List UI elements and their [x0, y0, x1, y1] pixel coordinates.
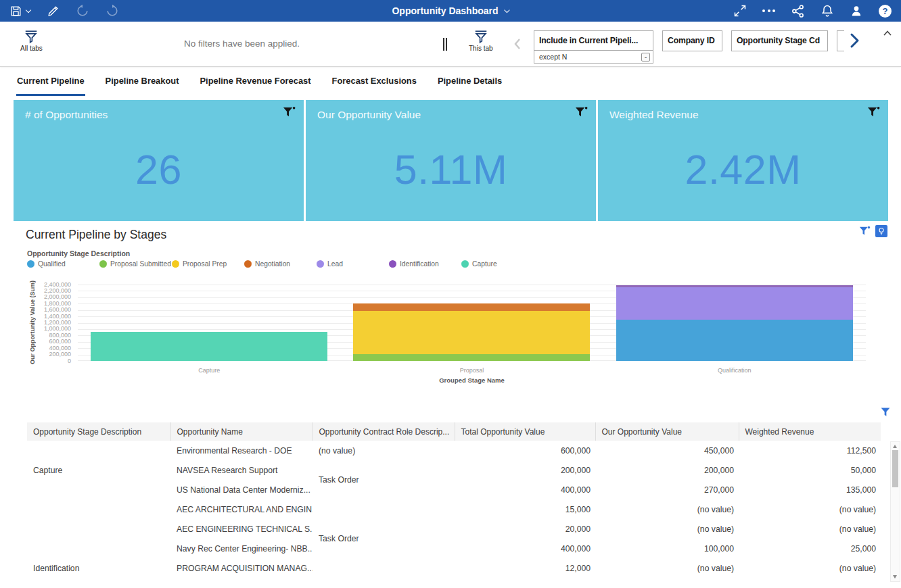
- kpi-filter-button[interactable]: [575, 106, 588, 119]
- table-cell[interactable]: 135,000: [739, 480, 881, 499]
- bar-segment-qualified[interactable]: [616, 320, 853, 361]
- table-cell[interactable]: (no value): [739, 499, 881, 519]
- scrollbar-thumb[interactable]: [892, 450, 898, 487]
- table-cell[interactable]: 200,000: [595, 460, 739, 480]
- table-cell[interactable]: US National Data Center Moderniz...: [170, 480, 313, 499]
- kpi-card-weighted-revenue[interactable]: Weighted Revenue2.42M: [598, 100, 888, 221]
- insights-button[interactable]: [875, 225, 887, 237]
- table-cell[interactable]: 400,000: [455, 539, 595, 558]
- table-cell[interactable]: (no value): [739, 519, 881, 539]
- column-header-opportunity-name[interactable]: Opportunity Name: [170, 422, 313, 441]
- chips-scroll-right-button[interactable]: [848, 32, 860, 51]
- column-header-total-opportunity-value[interactable]: Total Opportunity Value: [455, 422, 595, 441]
- table-cell[interactable]: [27, 499, 170, 558]
- table-cell[interactable]: (no value): [595, 519, 739, 539]
- tab-current-pipeline[interactable]: Current Pipeline: [16, 68, 85, 96]
- table-cell[interactable]: AEC ARCHITECTURAL AND ENGIN...: [170, 499, 313, 519]
- collapse-filter-bar-button[interactable]: [883, 27, 892, 39]
- column-header-weighted-revenue[interactable]: Weighted Revenue: [739, 422, 881, 441]
- table-cell[interactable]: AEC ENGINEERING TECHNICAL S...: [170, 519, 313, 539]
- help-button[interactable]: ?: [879, 5, 892, 18]
- fullscreen-button[interactable]: [733, 4, 747, 18]
- kpi-filter-button[interactable]: [867, 106, 880, 119]
- kpi-card-our-opportunity-value[interactable]: Our Opportunity Value5.11M: [306, 100, 596, 221]
- table-cell[interactable]: Identification: [27, 558, 170, 578]
- this-tab-filter-button[interactable]: This tab: [469, 29, 493, 52]
- table-cell[interactable]: 600,000: [455, 441, 595, 460]
- undo-button[interactable]: [76, 4, 89, 18]
- table-cell[interactable]: [313, 499, 455, 519]
- filter-bar: All tabs No filters have been applied. T…: [0, 22, 901, 67]
- legend-item-capture[interactable]: Capture: [461, 260, 534, 268]
- bar-segment-capture[interactable]: [91, 332, 327, 361]
- table-cell[interactable]: 25,000: [739, 539, 881, 558]
- more-options-button[interactable]: [762, 9, 775, 12]
- table-cell[interactable]: (no value): [595, 558, 739, 578]
- table-cell[interactable]: Task Order: [313, 460, 455, 499]
- table-cell[interactable]: 15,000: [455, 499, 595, 519]
- table-cell[interactable]: 450,000: [595, 441, 739, 460]
- remove-filter-condition-button[interactable]: -: [641, 53, 650, 62]
- bar-segment-proposal-prep[interactable]: [353, 311, 590, 354]
- legend-item-lead[interactable]: Lead: [317, 260, 389, 268]
- filter-chip-opportunity-stage-cd[interactable]: Opportunity Stage Cd: [731, 30, 828, 51]
- table-cell[interactable]: 270,000: [595, 480, 739, 499]
- table-cell[interactable]: (no value): [313, 441, 455, 460]
- table-cell[interactable]: Environmental Research - DOE: [170, 441, 313, 460]
- bar-segment-identification[interactable]: [616, 285, 853, 287]
- legend-item-negotiation[interactable]: Negotiation: [244, 260, 317, 268]
- notifications-button[interactable]: [821, 4, 834, 18]
- kpi-card-of-opportunities[interactable]: # of Opportunities26: [14, 100, 304, 221]
- save-button[interactable]: [9, 5, 30, 18]
- filter-chip-company-id[interactable]: Company ID: [662, 30, 722, 51]
- bar-segment-negotiation[interactable]: [353, 303, 590, 310]
- tab-pipeline-details[interactable]: Pipeline Details: [437, 68, 503, 96]
- table-cell[interactable]: 200,000: [455, 460, 595, 480]
- bar-slot-qualification: [603, 285, 866, 361]
- chips-scroll-left-button[interactable]: [513, 37, 523, 53]
- table-cell[interactable]: NAVSEA Research Support: [170, 460, 313, 480]
- bar-segment-proposal-submitted[interactable]: [353, 354, 590, 361]
- table-cell[interactable]: 400,000: [455, 480, 595, 499]
- table-cell[interactable]: Capture: [27, 441, 170, 499]
- table-cell[interactable]: Navy Rec Center Engineering- NBB...: [170, 539, 313, 558]
- filter-chip-partial[interactable]: [837, 30, 844, 51]
- kpi-filter-button[interactable]: [283, 106, 296, 119]
- table-cell[interactable]: (no value): [739, 558, 881, 578]
- scroll-up-arrow[interactable]: [893, 445, 897, 448]
- column-header-opportunity-contract-role-descrip[interactable]: Opportunity Contract Role Descrip...: [313, 422, 455, 441]
- tab-pipeline-revenue-forecast[interactable]: Pipeline Revenue Forecast: [199, 68, 311, 96]
- table-cell[interactable]: 12,000: [455, 558, 595, 578]
- table-cell[interactable]: 50,000: [739, 460, 881, 480]
- column-header-our-opportunity-value[interactable]: Our Opportunity Value: [595, 422, 739, 441]
- tab-pipeline-breakout[interactable]: Pipeline Breakout: [105, 68, 180, 96]
- table-header-row: Opportunity Stage DescriptionOpportunity…: [27, 422, 881, 441]
- table-filter-button[interactable]: [880, 407, 891, 418]
- kpi-title: Weighted Revenue: [609, 109, 888, 121]
- chart-filter-button[interactable]: [859, 226, 871, 237]
- table-cell[interactable]: 112,500: [739, 441, 881, 460]
- edit-button[interactable]: [47, 5, 60, 18]
- table-cell[interactable]: 100,000: [595, 539, 739, 558]
- account-button[interactable]: [850, 4, 863, 18]
- dashboard-title-menu[interactable]: Opportunity Dashboard: [392, 0, 509, 22]
- bars: [78, 285, 866, 361]
- table-cell[interactable]: Task Order: [313, 519, 455, 558]
- table-cell[interactable]: (no value): [595, 499, 739, 519]
- save-icon: [9, 5, 22, 18]
- table-cell[interactable]: 20,000: [455, 519, 595, 539]
- legend-item-identification[interactable]: Identification: [389, 260, 461, 268]
- legend-item-proposal-submitted[interactable]: Proposal Submitted: [99, 260, 172, 268]
- table-cell[interactable]: [313, 558, 455, 578]
- legend-item-proposal-prep[interactable]: Proposal Prep: [172, 260, 244, 268]
- scroll-down-arrow[interactable]: [893, 575, 897, 579]
- all-tabs-filter-button[interactable]: All tabs: [20, 29, 43, 52]
- share-button[interactable]: [791, 4, 805, 18]
- bar-segment-lead[interactable]: [616, 287, 853, 320]
- table-cell[interactable]: PROGRAM ACQUISITION MANAG...: [170, 558, 313, 578]
- redo-button[interactable]: [106, 4, 119, 18]
- tab-forecast-exclusions[interactable]: Forecast Exclusions: [331, 68, 417, 96]
- legend-item-qualified[interactable]: Qualified: [27, 260, 99, 268]
- filter-chip-include-in-current-pipeli[interactable]: Include in Current Pipeli...except N-: [534, 30, 653, 64]
- column-header-opportunity-stage-description[interactable]: Opportunity Stage Description: [27, 422, 170, 441]
